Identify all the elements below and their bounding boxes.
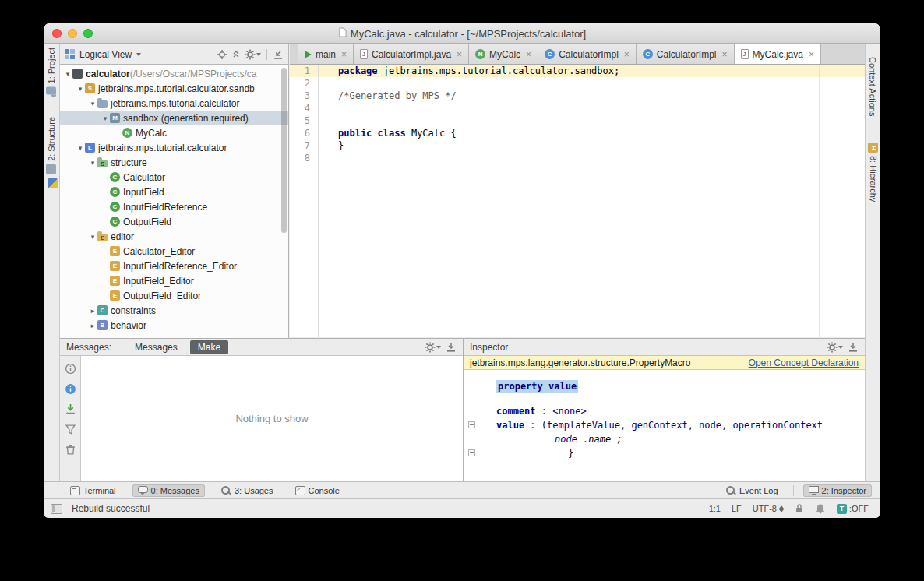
tree-item-label: InputField <box>123 187 164 198</box>
line-number: 3 <box>290 90 318 102</box>
concept-icon: C <box>110 172 120 182</box>
balloon-info-icon[interactable] <box>65 382 76 395</box>
locate-icon[interactable] <box>217 48 227 61</box>
view-selector[interactable]: Logical View <box>79 49 132 60</box>
collapse-all-icon[interactable] <box>231 48 242 61</box>
tab-label: MyCalc.java <box>753 49 803 60</box>
encoding-selector[interactable]: UTF-8 <box>753 504 784 513</box>
tree-item-jetbrains-mps-tutorial-calculator[interactable]: ▾Ljetbrains.mps.tutorial.calculator <box>60 140 288 155</box>
tree-item-structure[interactable]: ▾Sstructure <box>60 155 288 170</box>
tree-item-behavior[interactable]: ▸Bbehavior <box>60 318 288 333</box>
tree-item-jetbrains-mps-tutorial-calculator[interactable]: ▾jetbrains.mps.tutorial.calculator <box>60 96 288 111</box>
inspector-title: Inspector <box>470 342 508 353</box>
messages-toolbar <box>60 356 81 481</box>
settings-gear-icon[interactable] <box>827 341 843 354</box>
stripe-button-structure[interactable]: 2: Structure <box>46 117 56 174</box>
editor-tab-calculatorimpl[interactable]: CCalculatorImpl× <box>637 44 735 64</box>
editor-tab-calculatorimpl-java[interactable]: JCalculatorImpl.java× <box>354 44 469 64</box>
stripe-button-project[interactable]: 1: Project <box>46 48 56 97</box>
settings-gear-icon[interactable] <box>245 48 261 61</box>
zoom-window-button[interactable] <box>83 29 93 38</box>
tree-item-calculator-editor[interactable]: ECalculator_Editor <box>60 244 288 259</box>
tree-item-label: calculator <box>86 69 130 79</box>
toolbar-button-0-messages[interactable]: 0: Messages <box>132 484 205 497</box>
tree-item-editor[interactable]: ▾Eeditor <box>60 229 288 244</box>
fold-marker[interactable] <box>468 421 475 428</box>
inspector-editor[interactable]: property value comment : <none> value : … <box>464 370 865 481</box>
editor-tab-mycalc[interactable]: NMyCalc× <box>469 44 538 64</box>
lock-icon[interactable] <box>795 503 804 514</box>
window-title: MyCalc.java - calculator - [~/MPSProject… <box>351 28 586 40</box>
toolbar-button-event-log[interactable]: Event Log <box>721 484 784 497</box>
expanded-arrow-icon[interactable]: ▾ <box>88 100 97 107</box>
toolbar-button-label: Terminal <box>83 486 116 495</box>
close-window-button[interactable] <box>52 29 62 38</box>
close-tab-icon[interactable]: × <box>624 49 630 60</box>
close-tab-icon[interactable]: × <box>526 49 531 60</box>
open-concept-declaration-link[interactable]: Open Concept Declaration <box>749 357 859 368</box>
stripe-button-hierarchy[interactable]: H 8: Hierarchy <box>868 143 878 202</box>
fold-marker[interactable] <box>468 449 475 456</box>
line-number: 6 <box>290 127 318 139</box>
toolwindow-toggle-icon[interactable] <box>51 504 62 514</box>
tree-item-mycalc[interactable]: NMyCalc <box>60 125 288 140</box>
tree-item-calculator[interactable]: ▾calculator (/Users/Oscar/MPSProjects/ca <box>60 66 288 81</box>
filter-icon[interactable] <box>65 423 76 435</box>
caret-position[interactable]: 1:1 <box>709 504 721 513</box>
close-tab-icon[interactable]: × <box>341 49 347 60</box>
export-icon[interactable] <box>446 341 457 354</box>
editor-tab-calculatorimpl[interactable]: CCalculatorImpl× <box>538 44 637 64</box>
stripe-button-context-actions[interactable]: Context Actions <box>868 57 877 116</box>
export-icon[interactable] <box>848 341 859 354</box>
expanded-arrow-icon[interactable]: ▾ <box>88 233 97 241</box>
expanded-arrow-icon[interactable]: ▾ <box>76 85 85 93</box>
code-editor[interactable]: 1package jetbrains.mps.tutorial.calculat… <box>290 65 865 337</box>
titlebar[interactable]: MyCalc.java - calculator - [~/MPSProject… <box>44 23 880 44</box>
tree-item-inputfield[interactable]: CInputField <box>60 185 288 199</box>
line-separator-indicator[interactable]: LF <box>732 504 742 513</box>
tree-item-jetbrains-mps-tutorial-calculator-sandb[interactable]: ▾Sjetbrains.mps.tutorial.calculator.sand… <box>60 81 288 96</box>
toolbar-button-3-usages[interactable]: 3: Usages <box>216 484 279 497</box>
minimize-window-button[interactable] <box>68 29 77 38</box>
toolbar-separator <box>793 485 794 496</box>
close-tab-icon[interactable]: × <box>809 49 814 60</box>
stripe-misc-button[interactable] <box>48 178 58 188</box>
chevron-down-icon[interactable] <box>136 53 141 56</box>
expanded-arrow-icon[interactable]: ▾ <box>76 144 85 152</box>
tree-item-inputfield-editor[interactable]: EInputField_Editor <box>60 273 288 288</box>
trash-icon[interactable] <box>65 443 76 456</box>
messages-content: Nothing to show <box>81 356 463 481</box>
tree-item-inputfieldreference-editor[interactable]: EInputFieldReference_Editor <box>60 259 288 273</box>
editor-tab-main[interactable]: main× <box>298 44 354 64</box>
toolbar-button-2-inspector[interactable]: 2: Inspector <box>803 484 872 497</box>
messages-tab-make[interactable]: Make <box>190 340 228 354</box>
project-scrollbar[interactable] <box>281 68 287 233</box>
terminal-icon <box>70 486 80 495</box>
project-stripe-icon <box>46 86 56 94</box>
settings-gear-icon[interactable] <box>425 341 441 354</box>
toolbar-button-console[interactable]: Console <box>290 484 345 497</box>
solution-icon: S <box>85 83 95 93</box>
tree-item-inputfieldreference[interactable]: CInputFieldReference <box>60 199 288 214</box>
collapsed-arrow-icon[interactable]: ▸ <box>88 322 97 329</box>
tree-item-outputfield[interactable]: COutputField <box>60 214 288 229</box>
tree-item-calculator[interactable]: CCalculator <box>60 170 288 185</box>
project-toolbar: Logical View <box>60 44 288 65</box>
expanded-arrow-icon[interactable]: ▾ <box>101 114 110 122</box>
export-results-icon[interactable] <box>65 403 76 415</box>
expanded-arrow-icon[interactable]: ▾ <box>63 70 72 78</box>
hide-panel-icon[interactable] <box>273 48 284 61</box>
info-icon[interactable] <box>65 362 76 375</box>
close-tab-icon[interactable]: × <box>722 49 728 60</box>
close-tab-icon[interactable]: × <box>457 49 462 60</box>
toolbar-button-terminal[interactable]: Terminal <box>65 484 122 497</box>
tree-item-constraints[interactable]: ▸Cconstraints <box>60 303 288 318</box>
tree-item-sandbox-generation-required[interactable]: ▾Msandbox (generation required) <box>60 111 288 125</box>
editor-tab-mycalc-java[interactable]: JMyCalc.java× <box>735 44 821 64</box>
collapsed-arrow-icon[interactable]: ▸ <box>88 307 97 315</box>
notifications-icon[interactable] <box>815 503 826 514</box>
tree-item-outputfield-editor[interactable]: EOutputField_Editor <box>60 288 288 303</box>
messages-tab-messages[interactable]: Messages <box>127 340 185 354</box>
expanded-arrow-icon[interactable]: ▾ <box>88 159 97 167</box>
typesystem-toggle[interactable]: T:OFF <box>837 504 869 514</box>
